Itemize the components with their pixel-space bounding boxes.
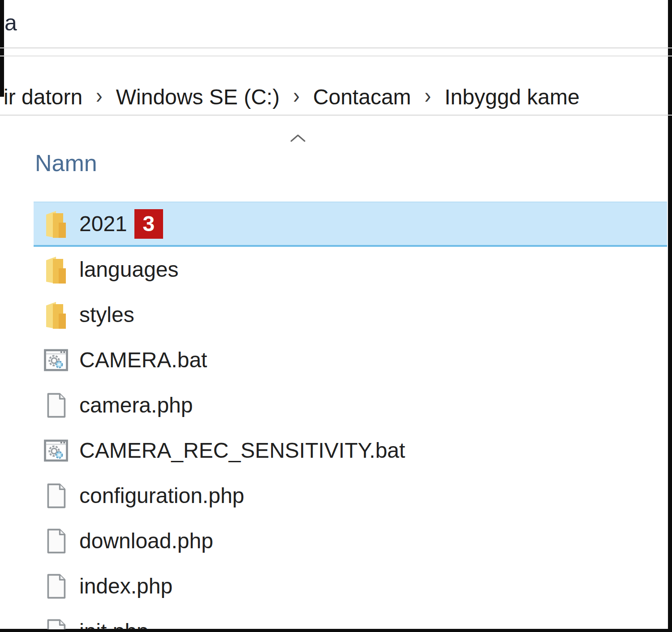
file-row[interactable]: 2021 3 [34,202,667,247]
file-icon-slot [43,348,69,373]
file-name-label: index.php [79,574,172,598]
folder-icon [45,256,67,284]
document-icon [46,393,66,418]
breadcrumb-item[interactable]: Contacam › [313,85,444,109]
ribbon-label-fragment: a [4,10,17,36]
file-name-label: CAMERA.bat [79,348,207,372]
file-row[interactable]: languages [34,247,667,292]
breadcrumb: ir datorn › Windows SE (C:) › Contacam ›… [4,56,668,126]
file-name-label: 2021 [79,211,127,236]
file-name-label: styles [79,302,134,327]
file-icon-slot [43,301,69,329]
crop-border-bottom [0,629,672,632]
batch-file-icon [43,348,69,373]
file-icon-slot [43,210,69,238]
file-icon-slot [43,256,69,284]
breadcrumb-item-label[interactable]: ir datorn [4,85,82,109]
column-header-name[interactable]: Namn [35,150,97,176]
file-name-label: init.php [79,619,149,629]
file-icon-slot [43,619,69,630]
document-icon [46,574,66,599]
breadcrumb-separator-icon: › [293,82,300,108]
folder-icon [45,210,67,238]
document-icon [46,483,66,508]
folder-icon [45,301,67,329]
file-name-label: download.php [79,529,213,553]
breadcrumb-item-label[interactable]: Contacam [313,85,411,109]
breadcrumb-separator-icon: › [96,82,103,108]
breadcrumb-item-label[interactable]: Windows SE (C:) [116,85,280,109]
document-icon [46,619,66,630]
file-name-label: configuration.php [79,483,244,508]
file-icon-slot [43,438,69,463]
breadcrumb-item-label[interactable]: Inbyggd kame [444,85,580,109]
file-icon-slot [43,574,69,599]
file-row[interactable]: CAMERA_REC_SENSITIVITY.bat [34,428,667,473]
file-icon-slot [43,529,69,554]
file-icon-slot [43,393,69,418]
breadcrumb-item[interactable]: ir datorn › [4,85,116,109]
file-name-label: CAMERA_REC_SENSITIVITY.bat [79,438,405,463]
crop-border-right [668,0,672,632]
document-icon [46,529,66,554]
file-name-label: languages [79,257,179,282]
file-row[interactable]: CAMERA.bat [34,337,667,383]
breadcrumb-separator-icon: › [425,82,431,108]
file-row[interactable]: configuration.php [34,473,667,518]
file-icon-slot [43,483,69,508]
file-row[interactable]: init.php [34,609,667,629]
annotation-badge: 3 [134,209,163,239]
breadcrumb-item[interactable]: Windows SE (C:) › [116,85,313,109]
batch-file-icon [43,438,69,463]
sort-ascending-icon [289,133,306,145]
file-row[interactable]: index.php [34,563,667,609]
file-name-label: camera.php [79,393,193,417]
file-row[interactable]: download.php [34,518,667,563]
ribbon-bottom-divider [0,47,672,48]
file-row[interactable]: styles [34,292,667,337]
file-list: 2021 3 [34,202,667,629]
breadcrumb-item[interactable]: Inbyggd kame › [444,85,580,109]
file-row[interactable]: camera.php [34,383,667,428]
